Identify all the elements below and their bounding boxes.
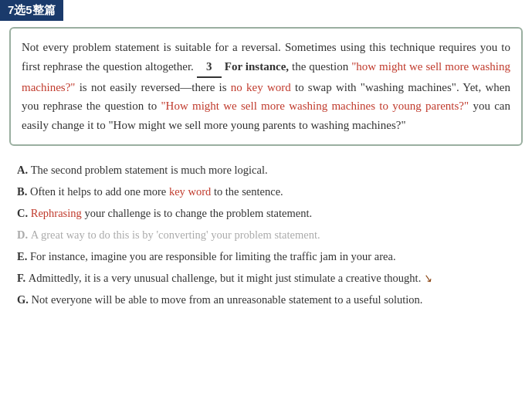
cursor-icon: ↘ xyxy=(422,268,434,283)
option-e: E. For instance, imagine you are respons… xyxy=(17,246,515,266)
option-b-keyword: key word xyxy=(169,185,211,198)
header-bar: 7选5整篇 xyxy=(0,0,63,21)
option-g-text: Not everyone will be able to move from a… xyxy=(32,293,423,306)
option-a-label: A. xyxy=(17,164,31,176)
option-b: B. Often it helps to add one more key wo… xyxy=(17,181,515,201)
option-e-label: E. xyxy=(17,250,30,262)
option-c: C. Rephrasing your challenge is to chang… xyxy=(17,203,515,223)
option-c-text-after: your challenge is to change the problem … xyxy=(84,207,312,219)
passage-quote2: "How might we sell more washing machines… xyxy=(161,100,469,112)
main-content: Not every problem statement is suitable … xyxy=(0,21,532,320)
passage-no-key-word: no key word xyxy=(231,81,291,93)
passage-box: Not every problem statement is suitable … xyxy=(9,27,523,146)
option-a-text: The second problem statement is much mor… xyxy=(31,164,268,176)
option-b-text-after: to the sentence. xyxy=(214,185,283,198)
option-f-label: F. xyxy=(17,272,29,284)
option-a: A. The second problem statement is much … xyxy=(17,160,515,180)
option-c-rephrasing: Rephrasing xyxy=(31,207,82,219)
passage-text: Not every problem statement is suitable … xyxy=(22,38,510,135)
option-b-text-before: Often it helps to add one more xyxy=(30,185,169,198)
option-c-label: C. xyxy=(17,207,31,219)
option-b-label: B. xyxy=(17,185,30,198)
option-f-text: Admittedly, it is a very unusual challen… xyxy=(29,272,421,284)
option-d-label: D. xyxy=(17,228,31,241)
option-f: F. Admittedly, it is a very unusual chal… xyxy=(17,268,515,288)
option-g: G. Not everyone will be able to move fro… xyxy=(17,289,515,310)
option-e-text: For instance, imagine you are responsibl… xyxy=(30,250,396,262)
blank-underline: 3 xyxy=(197,57,222,78)
passage-is-not: is not easily reversed—there is xyxy=(80,81,231,93)
passage-the-question: the question xyxy=(292,60,351,73)
option-g-label: G. xyxy=(17,293,32,306)
header-title: 7选5整篇 xyxy=(8,3,56,16)
passage-for-instance: For instance, xyxy=(225,60,289,73)
option-d-text: A great way to do this is by 'converting… xyxy=(31,228,320,241)
option-d: D. A great way to do this is by 'convert… xyxy=(17,225,515,245)
options-list: A. The second problem statement is much … xyxy=(9,157,523,315)
